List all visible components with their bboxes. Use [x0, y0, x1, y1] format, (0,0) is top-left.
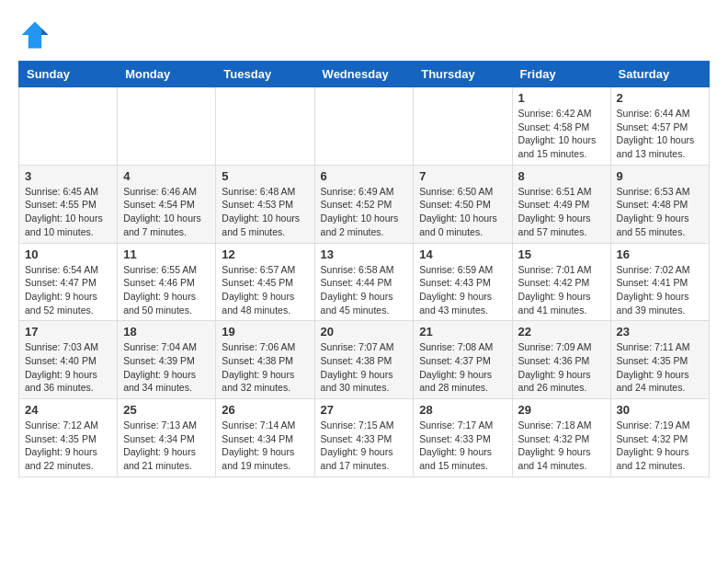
week-row-1: 1Sunrise: 6:42 AM Sunset: 4:58 PM Daylig… — [19, 87, 710, 166]
day-info: Sunrise: 7:14 AM Sunset: 4:34 PM Dayligh… — [222, 419, 308, 473]
day-number: 3 — [25, 169, 111, 183]
day-number: 14 — [419, 247, 506, 261]
day-info: Sunrise: 7:17 AM Sunset: 4:33 PM Dayligh… — [419, 419, 506, 473]
day-info: Sunrise: 6:45 AM Sunset: 4:55 PM Dayligh… — [25, 185, 111, 239]
day-info: Sunrise: 7:06 AM Sunset: 4:38 PM Dayligh… — [222, 340, 308, 395]
day-cell: 26Sunrise: 7:14 AM Sunset: 4:34 PM Dayli… — [216, 399, 314, 477]
day-info: Sunrise: 6:58 AM Sunset: 4:44 PM Dayligh… — [321, 263, 408, 317]
day-cell: 18Sunrise: 7:04 AM Sunset: 4:39 PM Dayli… — [118, 321, 216, 399]
day-number: 11 — [123, 247, 210, 261]
day-info: Sunrise: 6:55 AM Sunset: 4:46 PM Dayligh… — [123, 263, 210, 317]
day-number: 8 — [518, 169, 605, 183]
day-info: Sunrise: 6:57 AM Sunset: 4:45 PM Dayligh… — [222, 263, 308, 317]
day-cell: 19Sunrise: 7:06 AM Sunset: 4:38 PM Dayli… — [216, 321, 314, 399]
day-info: Sunrise: 7:09 AM Sunset: 4:36 PM Dayligh… — [518, 340, 605, 395]
day-info: Sunrise: 7:13 AM Sunset: 4:34 PM Dayligh… — [123, 419, 210, 473]
weekday-header-thursday: Thursday — [414, 62, 512, 87]
day-number: 28 — [419, 403, 506, 417]
day-info: Sunrise: 6:42 AM Sunset: 4:58 PM Dayligh… — [518, 107, 605, 161]
day-number: 25 — [123, 403, 210, 417]
week-row-4: 17Sunrise: 7:03 AM Sunset: 4:40 PM Dayli… — [19, 321, 710, 399]
day-cell: 28Sunrise: 7:17 AM Sunset: 4:33 PM Dayli… — [414, 399, 512, 477]
day-number: 17 — [25, 325, 111, 339]
day-number: 23 — [617, 325, 703, 339]
weekday-header-tuesday: Tuesday — [216, 62, 314, 87]
day-info: Sunrise: 6:59 AM Sunset: 4:43 PM Dayligh… — [419, 263, 506, 317]
logo — [18, 18, 57, 52]
day-cell: 2Sunrise: 6:44 AM Sunset: 4:57 PM Daylig… — [610, 87, 709, 166]
day-number: 15 — [518, 247, 605, 261]
day-cell: 20Sunrise: 7:07 AM Sunset: 4:38 PM Dayli… — [314, 321, 414, 399]
day-cell — [118, 87, 216, 166]
week-row-5: 24Sunrise: 7:12 AM Sunset: 4:35 PM Dayli… — [19, 399, 710, 477]
day-number: 10 — [25, 247, 111, 261]
day-cell: 13Sunrise: 6:58 AM Sunset: 4:44 PM Dayli… — [314, 243, 414, 321]
day-cell — [314, 87, 414, 166]
day-cell: 8Sunrise: 6:51 AM Sunset: 4:49 PM Daylig… — [512, 165, 610, 243]
day-number: 30 — [617, 403, 703, 417]
day-cell: 9Sunrise: 6:53 AM Sunset: 4:48 PM Daylig… — [610, 165, 709, 243]
day-number: 16 — [617, 247, 703, 261]
day-number: 18 — [123, 325, 210, 339]
day-info: Sunrise: 7:07 AM Sunset: 4:38 PM Dayligh… — [321, 340, 408, 395]
day-info: Sunrise: 7:04 AM Sunset: 4:39 PM Dayligh… — [123, 340, 210, 395]
day-cell: 5Sunrise: 6:48 AM Sunset: 4:53 PM Daylig… — [216, 165, 314, 243]
day-number: 9 — [617, 169, 703, 183]
day-info: Sunrise: 7:18 AM Sunset: 4:32 PM Dayligh… — [518, 419, 605, 473]
day-info: Sunrise: 6:50 AM Sunset: 4:50 PM Dayligh… — [419, 185, 506, 239]
day-cell: 24Sunrise: 7:12 AM Sunset: 4:35 PM Dayli… — [19, 399, 118, 477]
day-cell: 6Sunrise: 6:49 AM Sunset: 4:52 PM Daylig… — [314, 165, 414, 243]
day-cell: 30Sunrise: 7:19 AM Sunset: 4:32 PM Dayli… — [610, 399, 709, 477]
day-info: Sunrise: 7:01 AM Sunset: 4:42 PM Dayligh… — [518, 263, 605, 317]
week-row-3: 10Sunrise: 6:54 AM Sunset: 4:47 PM Dayli… — [19, 243, 710, 321]
weekday-header-saturday: Saturday — [610, 62, 709, 87]
day-info: Sunrise: 6:44 AM Sunset: 4:57 PM Dayligh… — [617, 107, 703, 161]
day-number: 5 — [222, 169, 308, 183]
day-number: 2 — [617, 91, 703, 105]
day-info: Sunrise: 7:08 AM Sunset: 4:37 PM Dayligh… — [419, 340, 506, 395]
day-cell — [414, 87, 512, 166]
day-info: Sunrise: 7:11 AM Sunset: 4:35 PM Dayligh… — [617, 340, 703, 395]
day-info: Sunrise: 6:46 AM Sunset: 4:54 PM Dayligh… — [123, 185, 210, 239]
day-cell: 29Sunrise: 7:18 AM Sunset: 4:32 PM Dayli… — [512, 399, 610, 477]
day-cell: 17Sunrise: 7:03 AM Sunset: 4:40 PM Dayli… — [19, 321, 118, 399]
day-cell: 11Sunrise: 6:55 AM Sunset: 4:46 PM Dayli… — [118, 243, 216, 321]
day-info: Sunrise: 7:19 AM Sunset: 4:32 PM Dayligh… — [617, 419, 703, 473]
day-number: 22 — [518, 325, 605, 339]
day-info: Sunrise: 6:54 AM Sunset: 4:47 PM Dayligh… — [25, 263, 111, 317]
day-cell: 12Sunrise: 6:57 AM Sunset: 4:45 PM Dayli… — [216, 243, 314, 321]
logo-icon — [18, 18, 51, 52]
day-number: 19 — [222, 325, 308, 339]
day-number: 6 — [321, 169, 408, 183]
day-info: Sunrise: 6:51 AM Sunset: 4:49 PM Dayligh… — [518, 185, 605, 239]
day-info: Sunrise: 7:02 AM Sunset: 4:41 PM Dayligh… — [617, 263, 703, 317]
day-info: Sunrise: 7:03 AM Sunset: 4:40 PM Dayligh… — [25, 340, 111, 395]
day-cell: 21Sunrise: 7:08 AM Sunset: 4:37 PM Dayli… — [414, 321, 512, 399]
day-cell: 14Sunrise: 6:59 AM Sunset: 4:43 PM Dayli… — [414, 243, 512, 321]
day-number: 1 — [518, 91, 605, 105]
day-cell: 23Sunrise: 7:11 AM Sunset: 4:35 PM Dayli… — [610, 321, 709, 399]
day-info: Sunrise: 6:53 AM Sunset: 4:48 PM Dayligh… — [617, 185, 703, 239]
page-header — [18, 18, 710, 52]
weekday-header-monday: Monday — [118, 62, 216, 87]
day-cell: 25Sunrise: 7:13 AM Sunset: 4:34 PM Dayli… — [118, 399, 216, 477]
day-cell: 7Sunrise: 6:50 AM Sunset: 4:50 PM Daylig… — [414, 165, 512, 243]
day-info: Sunrise: 7:12 AM Sunset: 4:35 PM Dayligh… — [25, 419, 111, 473]
day-cell: 10Sunrise: 6:54 AM Sunset: 4:47 PM Dayli… — [19, 243, 118, 321]
day-cell: 1Sunrise: 6:42 AM Sunset: 4:58 PM Daylig… — [512, 87, 610, 166]
day-number: 24 — [25, 403, 111, 417]
week-row-2: 3Sunrise: 6:45 AM Sunset: 4:55 PM Daylig… — [19, 165, 710, 243]
day-number: 29 — [518, 403, 605, 417]
day-cell — [19, 87, 118, 166]
calendar-table: SundayMondayTuesdayWednesdayThursdayFrid… — [18, 61, 710, 477]
day-info: Sunrise: 6:48 AM Sunset: 4:53 PM Dayligh… — [222, 185, 308, 239]
weekday-header-row: SundayMondayTuesdayWednesdayThursdayFrid… — [19, 62, 710, 87]
day-cell: 15Sunrise: 7:01 AM Sunset: 4:42 PM Dayli… — [512, 243, 610, 321]
weekday-header-wednesday: Wednesday — [314, 62, 414, 87]
weekday-header-friday: Friday — [512, 62, 610, 87]
day-number: 12 — [222, 247, 308, 261]
day-number: 21 — [419, 325, 506, 339]
day-number: 26 — [222, 403, 308, 417]
day-cell: 16Sunrise: 7:02 AM Sunset: 4:41 PM Dayli… — [610, 243, 709, 321]
day-info: Sunrise: 6:49 AM Sunset: 4:52 PM Dayligh… — [321, 185, 408, 239]
